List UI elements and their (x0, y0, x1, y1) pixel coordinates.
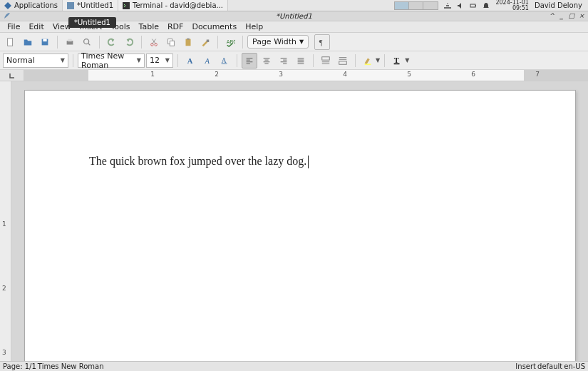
window-title: *Untitled1 (276, 12, 312, 20)
status-mode[interactable]: Insert (515, 362, 536, 370)
zoom-value: Page Width (252, 37, 296, 46)
align-justify-button[interactable] (293, 53, 309, 68)
system-tray: 2024-11-01 09:51 David Delony (438, 0, 588, 11)
dropdown-arrow-icon[interactable]: ▼ (376, 57, 380, 63)
svg-rect-19 (207, 39, 210, 42)
rollup-button[interactable]: ^ (548, 12, 555, 19)
os-taskbar: Applications *Untitled1 Terminal - david… (0, 0, 588, 11)
format-painter-button[interactable] (197, 34, 213, 50)
user-name[interactable]: David Delony (535, 1, 582, 9)
save-button[interactable] (37, 34, 53, 50)
apps-menu[interactable]: Applications (0, 0, 63, 11)
clock[interactable]: 2024-11-01 09:51 (495, 0, 529, 11)
status-lang[interactable]: default (537, 362, 562, 370)
paste-button[interactable] (180, 34, 196, 50)
battery-icon[interactable] (470, 2, 477, 9)
page[interactable]: The quick brown fox jumped over the lazy… (24, 90, 576, 361)
svg-rect-17 (186, 39, 191, 46)
print-button[interactable] (62, 34, 78, 50)
copy-button[interactable] (163, 34, 179, 50)
taskbar-label: Terminal - david@debia... (133, 1, 223, 9)
font-value: Times New Roman (81, 51, 137, 70)
style-combo[interactable]: Normal ▼ (3, 54, 68, 68)
status-bar: Page: 1/1 Times New Roman Insert default… (0, 361, 588, 371)
menu-help[interactable]: Help (241, 22, 267, 31)
document-canvas[interactable]: The quick brown fox jumped over the lazy… (11, 81, 588, 361)
zoom-combo[interactable]: Page Width ▼ (247, 35, 309, 49)
font-combo[interactable]: Times New Roman ▼ (78, 54, 145, 68)
svg-rect-47 (339, 61, 347, 63)
para-after-button[interactable] (335, 53, 351, 68)
svg-rect-0 (67, 2, 74, 9)
svg-point-9 (84, 39, 89, 44)
minimize-button[interactable]: _ (558, 12, 565, 19)
new-button[interactable] (3, 34, 19, 50)
font-size-combo[interactable]: 12 ▼ (146, 54, 173, 68)
menu-table[interactable]: Table (135, 22, 163, 31)
svg-rect-6 (43, 39, 46, 41)
svg-text:A: A (187, 56, 193, 64)
svg-rect-48 (365, 63, 371, 65)
undo-button[interactable] (104, 34, 120, 50)
open-button[interactable] (20, 34, 36, 50)
svg-rect-18 (187, 38, 190, 39)
align-left-button[interactable] (242, 53, 257, 68)
spellcheck-button[interactable]: ABC (222, 34, 238, 50)
svg-text:¶: ¶ (319, 38, 323, 46)
menu-file[interactable]: File (3, 22, 24, 31)
close-button[interactable]: × (578, 12, 585, 19)
svg-rect-16 (170, 41, 174, 46)
workspace-switcher[interactable] (394, 1, 438, 10)
text-cursor (308, 156, 309, 168)
align-center-button[interactable] (259, 53, 274, 68)
style-value: Normal (6, 56, 35, 65)
print-preview-button[interactable] (79, 34, 95, 50)
horizontal-ruler[interactable]: 1 2 3 4 5 6 7 (0, 70, 588, 81)
taskbar-item-abiword[interactable]: *Untitled1 (63, 0, 118, 11)
status-font[interactable]: Times New Roman (38, 362, 104, 370)
vertical-ruler[interactable]: 1 2 3 (0, 81, 11, 361)
status-locale[interactable]: en-US (564, 362, 585, 370)
document-area: 1 2 3 The quick brown fox jumped over th… (0, 81, 588, 361)
font-size-value: 12 (150, 56, 160, 65)
svg-text:T: T (394, 56, 399, 63)
tab-selector[interactable] (0, 70, 24, 81)
volume-icon[interactable] (457, 2, 464, 9)
align-right-button[interactable] (276, 53, 292, 68)
para-before-button[interactable] (318, 53, 334, 68)
apps-label: Applications (14, 1, 58, 9)
underline-button[interactable]: A (217, 53, 232, 68)
app-logo-icon (3, 11, 11, 21)
menu-documents[interactable]: Documents (187, 22, 241, 31)
menu-edit[interactable]: Edit (24, 22, 48, 31)
redo-button[interactable] (121, 34, 137, 50)
svg-line-10 (88, 43, 91, 45)
italic-button[interactable]: A (200, 53, 215, 68)
maximize-button[interactable]: □ (568, 12, 575, 19)
taskbar-item-terminal[interactable]: Terminal - david@debia... (118, 0, 228, 11)
svg-rect-8 (68, 39, 71, 41)
menu-rdf[interactable]: RDF (163, 22, 187, 31)
svg-rect-2 (470, 4, 475, 7)
status-page[interactable]: Page: 1/1 (3, 362, 36, 370)
document-text: The quick brown fox jumped over the lazy… (89, 155, 306, 167)
highlight-button[interactable] (360, 53, 376, 68)
paragraph-marks-button[interactable]: ¶ (314, 34, 330, 50)
bold-button[interactable]: A (182, 53, 198, 68)
network-icon[interactable] (444, 2, 451, 9)
svg-rect-3 (475, 5, 476, 6)
svg-rect-1 (123, 2, 130, 9)
svg-text:A: A (205, 56, 210, 64)
svg-rect-42 (322, 56, 330, 59)
svg-text:A: A (222, 56, 227, 63)
font-color-button[interactable]: T (389, 53, 405, 68)
standard-toolbar: ABC Page Width ▼ ¶ (0, 33, 588, 51)
formatting-toolbar: Normal ▼ Times New Roman ▼ 12 ▼ A A A ▼ … (0, 51, 588, 70)
taskbar-tooltip: *Untitled1 (68, 17, 116, 28)
taskbar-label: *Untitled1 (77, 1, 113, 9)
cut-button[interactable] (146, 34, 162, 50)
bell-icon[interactable] (483, 2, 490, 9)
dropdown-arrow-icon[interactable]: ▼ (405, 57, 409, 63)
svg-rect-50 (394, 63, 400, 64)
document-content[interactable]: The quick brown fox jumped over the lazy… (89, 155, 511, 168)
